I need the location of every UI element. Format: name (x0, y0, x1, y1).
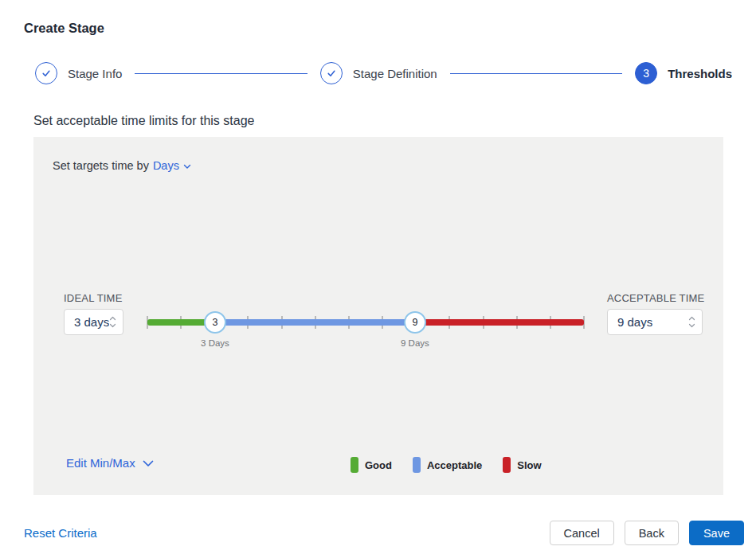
legend-label: Slow (517, 459, 541, 471)
chevron-down-icon (183, 159, 191, 172)
save-button[interactable]: Save (689, 521, 744, 545)
legend-chip-slow (503, 457, 511, 473)
cancel-button[interactable]: Cancel (550, 521, 614, 545)
set-targets-row: Set targets time by Days (53, 159, 191, 172)
back-button[interactable]: Back (625, 521, 679, 545)
legend-item-slow: Slow (503, 457, 541, 473)
acceptable-handle-caption: 9 Days (401, 338, 429, 348)
footer-buttons: Cancel Back Save (550, 521, 744, 545)
check-circle-icon (35, 62, 57, 84)
ideal-time-label: IDEAL TIME (64, 292, 123, 304)
legend-chip-good (351, 457, 358, 473)
reset-criteria-link[interactable]: Reset Criteria (24, 526, 97, 540)
section-heading: Set acceptable time limits for this stag… (33, 114, 254, 128)
ideal-spinner (109, 315, 116, 330)
stepper: Stage Info Stage Definition 3 Thresholds (35, 62, 732, 84)
page-title: Create Stage (24, 21, 104, 36)
stepper-connector (135, 73, 307, 74)
step-label: Stage Info (68, 67, 122, 80)
acceptable-handle[interactable]: 9 (404, 311, 426, 334)
check-circle-icon (320, 62, 343, 84)
legend-chip-acceptable (413, 457, 421, 473)
ideal-time-input[interactable] (65, 315, 109, 329)
legend: Good Acceptable Slow (351, 457, 542, 473)
edit-minmax-toggle[interactable]: Edit Min/Max (66, 456, 154, 470)
step-stage-definition[interactable]: Stage Definition (320, 62, 437, 84)
acceptable-time-label: ACCEPTABLE TIME (607, 292, 704, 304)
legend-label: Good (365, 459, 392, 471)
edit-minmax-label: Edit Min/Max (66, 456, 135, 470)
legend-item-good: Good (351, 457, 392, 473)
set-targets-label: Set targets time by (53, 159, 149, 172)
ideal-time-input-box (64, 309, 123, 335)
acceptable-decrement-button[interactable] (688, 322, 695, 330)
step-number-badge: 3 (635, 62, 657, 84)
ideal-handle-caption: 3 Days (201, 338, 229, 348)
ideal-handle[interactable]: 3 (204, 311, 226, 334)
acceptable-time-input-box (607, 309, 703, 335)
ideal-increment-button[interactable] (109, 315, 116, 322)
step-thresholds[interactable]: 3 Thresholds (635, 62, 732, 84)
stepper-connector (450, 73, 622, 74)
acceptable-spinner (688, 315, 695, 330)
ideal-decrement-button[interactable] (109, 322, 116, 330)
chevron-down-icon (143, 456, 154, 470)
step-label: Thresholds (668, 67, 732, 80)
thresholds-panel: Set targets time by Days IDEAL TIME (33, 137, 723, 495)
unit-dropdown-value: Days (153, 159, 179, 172)
acceptable-time-input[interactable] (608, 315, 688, 329)
step-label: Stage Definition (353, 67, 437, 80)
step-stage-info[interactable]: Stage Info (35, 62, 122, 84)
threshold-slider[interactable]: 3 9 3 Days 9 Days (147, 311, 584, 351)
acceptable-increment-button[interactable] (688, 315, 695, 322)
unit-dropdown[interactable]: Days (153, 159, 191, 172)
legend-label: Acceptable (427, 459, 482, 471)
legend-item-acceptable: Acceptable (413, 457, 482, 473)
create-stage-dialog: Create Stage Stage Info Stage Definition… (0, 0, 756, 558)
